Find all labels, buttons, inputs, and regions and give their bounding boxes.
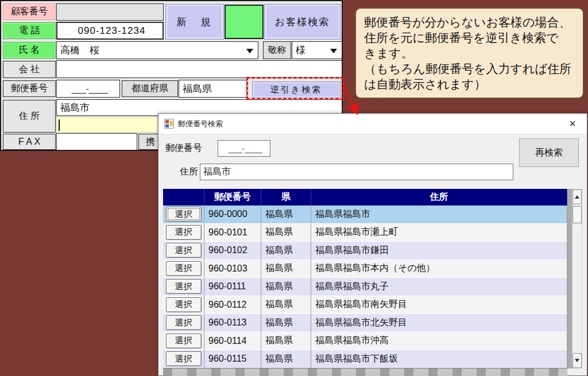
search-again-button[interactable]: 再検索 bbox=[519, 138, 579, 167]
dialog-address-input[interactable]: 福島市 bbox=[200, 164, 513, 180]
table-row: 選択 960-0101 福島県 福島県福島市瀬上町 bbox=[163, 224, 567, 242]
table-row: 選択 960-0102 福島県 福島県福島市鎌田 bbox=[163, 242, 567, 260]
triangle-up-icon bbox=[575, 195, 579, 199]
customer-no-label: 顧客番号 bbox=[3, 3, 56, 20]
app-window-icon bbox=[164, 119, 174, 129]
dialog-postal-input[interactable]: ___-____ bbox=[218, 140, 270, 157]
select-cell: 選択 bbox=[163, 314, 204, 332]
address-cell: 福島県福島市沖高 bbox=[311, 332, 567, 351]
close-icon[interactable]: × bbox=[564, 115, 581, 132]
chevron-down-icon[interactable] bbox=[330, 49, 337, 53]
select-row-button[interactable]: 選択 bbox=[166, 261, 202, 276]
postal-code-cell: 960-0113 bbox=[204, 314, 261, 332]
table-row: 選択 960-0112 福島県 福島県福島市南矢野目 bbox=[163, 296, 567, 315]
status-indicator bbox=[225, 5, 264, 39]
select-cell: 選択 bbox=[163, 242, 204, 260]
select-row-button[interactable]: 選択 bbox=[166, 334, 202, 348]
select-cell: 選択 bbox=[163, 332, 204, 351]
select-row-button[interactable]: 選択 bbox=[166, 315, 202, 330]
fax-field[interactable] bbox=[56, 133, 137, 150]
prefecture-cell: 福島県 bbox=[261, 296, 311, 315]
table-row: 選択 960-0114 福島県 福島県福島市沖高 bbox=[163, 332, 567, 351]
header-select bbox=[163, 189, 204, 206]
select-cell: 選択 bbox=[163, 350, 204, 369]
dialog-address-label: 住所 bbox=[180, 166, 198, 178]
triangle-down-icon bbox=[575, 359, 579, 362]
select-row-button[interactable]: 選択 bbox=[166, 225, 202, 240]
dialog-postal-label: 郵便番号 bbox=[165, 142, 202, 154]
postal-code-cell: 960-0114 bbox=[204, 332, 261, 351]
fax-label: F A X bbox=[3, 134, 56, 150]
postal-code-label: 郵便番号 bbox=[3, 80, 56, 97]
postal-code-cell: 960-0111 bbox=[204, 278, 261, 296]
name-combobox[interactable]: 高橋 桜 bbox=[56, 41, 258, 59]
prefecture-cell: 福島県 bbox=[261, 242, 311, 260]
callout-line: 郵便番号が分からないお客様の場合、 bbox=[364, 14, 575, 30]
postal-code-cell: 960-0103 bbox=[204, 260, 261, 278]
prefecture-cell: 福島県 bbox=[261, 350, 311, 369]
address-cell: 福島県福島市 bbox=[311, 206, 567, 224]
select-row-button[interactable]: 選択 bbox=[166, 297, 202, 312]
select-cell: 選択 bbox=[163, 224, 204, 242]
dialog-titlebar[interactable]: 郵便番号検索 × bbox=[158, 114, 587, 134]
postal-code-field[interactable]: ___-____ bbox=[56, 80, 120, 98]
name-label: 氏 名 bbox=[3, 42, 56, 59]
select-row-button[interactable]: 選択 bbox=[166, 279, 202, 294]
table-row: 選択 960-0115 福島県 福島県福島市下飯坂 bbox=[163, 350, 567, 369]
select-cell: 選択 bbox=[163, 260, 204, 278]
header-prefecture: 県 bbox=[261, 189, 311, 206]
header-postal: 郵便番号 bbox=[204, 189, 261, 206]
prefecture-label: 都道府県 bbox=[122, 80, 178, 97]
callout-line: は自動表示されます） bbox=[364, 76, 575, 92]
company-field[interactable] bbox=[56, 60, 342, 78]
prefecture-cell: 福島県 bbox=[261, 278, 311, 296]
scrollbar-thumb[interactable] bbox=[572, 206, 582, 223]
dialog-title: 郵便番号検索 bbox=[178, 119, 223, 129]
table-row: 選択 960-0000 福島県 福島県福島市 bbox=[163, 206, 567, 224]
chevron-down-icon[interactable] bbox=[246, 49, 253, 53]
grid-header-row: 郵便番号 県 住所 bbox=[163, 189, 567, 206]
new-customer-button[interactable]: 新 規 bbox=[166, 5, 223, 39]
postal-code-cell: 960-0000 bbox=[204, 206, 261, 224]
postal-search-dialog: 郵便番号検索 × 郵便番号 ___-____ 住所 福島市 再検索 郵便番号 県… bbox=[158, 113, 587, 376]
select-cell: 選択 bbox=[163, 278, 204, 296]
vertical-scrollbar[interactable] bbox=[572, 189, 582, 369]
select-row-button[interactable]: 選択 bbox=[166, 207, 202, 222]
name-value: 高橋 桜 bbox=[60, 44, 99, 57]
prefecture-cell: 福島県 bbox=[261, 314, 311, 332]
prefecture-field[interactable]: 福島県 bbox=[179, 80, 247, 98]
callout-line: きます。 bbox=[364, 45, 575, 61]
postal-code-cell: 960-0101 bbox=[204, 224, 261, 242]
postal-code-cell: 960-0112 bbox=[204, 296, 261, 315]
company-label: 会 社 bbox=[3, 61, 56, 78]
address-cell: 福島県福島市南矢野目 bbox=[311, 296, 567, 315]
table-row: 選択 960-0103 福島県 福島県福島市本内（その他） bbox=[163, 260, 567, 278]
postal-results-grid: 郵便番号 県 住所 選択 960-0000 福島県 福島県福島市 選択 bbox=[163, 189, 567, 369]
grid-body: 選択 960-0000 福島県 福島県福島市 選択 960-0101 福島県 福… bbox=[163, 206, 567, 369]
honorific-combobox[interactable]: 様 bbox=[292, 41, 342, 59]
select-cell: 選択 bbox=[163, 296, 204, 315]
customer-no-field[interactable] bbox=[56, 3, 164, 21]
highlight-rectangle bbox=[246, 77, 344, 100]
customer-search-button[interactable]: お客様検索 bbox=[265, 5, 340, 39]
prefecture-cell: 福島県 bbox=[261, 260, 311, 278]
address-cell: 福島県福島市瀬上町 bbox=[311, 224, 567, 242]
scroll-down-button[interactable] bbox=[572, 353, 582, 368]
address-label: 住 所 bbox=[3, 100, 56, 133]
select-row-button[interactable]: 選択 bbox=[166, 351, 202, 366]
scroll-up-button[interactable] bbox=[572, 189, 582, 204]
postal-code-cell: 960-0115 bbox=[204, 350, 261, 369]
table-row: 選択 960-0113 福島県 福島県福島市北矢野目 bbox=[163, 314, 567, 332]
prefecture-cell: 福島県 bbox=[261, 224, 311, 242]
clipped-next-row bbox=[163, 368, 567, 376]
callout-line: 住所を元に郵便番号を逆引き検索で bbox=[364, 30, 575, 45]
address-cell: 福島県福島市北矢野目 bbox=[311, 314, 567, 332]
text-cursor bbox=[59, 119, 60, 131]
phone-field[interactable]: 090-123-1234 bbox=[56, 22, 164, 40]
prefecture-cell: 福島県 bbox=[261, 206, 311, 224]
prefecture-cell: 福島県 bbox=[261, 332, 311, 351]
grid-right-filler bbox=[567, 189, 572, 369]
honorific-value: 様 bbox=[296, 44, 305, 57]
select-cell: 選択 bbox=[163, 206, 204, 224]
select-row-button[interactable]: 選択 bbox=[166, 243, 202, 258]
